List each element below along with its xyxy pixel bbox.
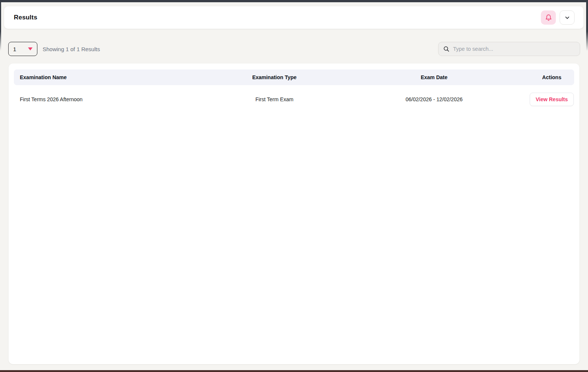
column-header-examination-type: Examination Type	[210, 74, 339, 80]
bell-icon	[545, 14, 552, 21]
table-header-row: Examination Name Examination Type Exam D…	[14, 69, 574, 85]
page-title: Results	[14, 14, 37, 21]
search-icon	[443, 46, 450, 52]
cell-exam-date: 06/02/2026 - 12/02/2026	[339, 96, 529, 102]
window-top-bar	[0, 0, 588, 2]
table-row: First Terms 2026 Afternoon First Term Ex…	[14, 85, 574, 114]
page-header: Results	[4, 6, 584, 29]
list-controls: 1 Showing 1 of 1 Results	[8, 42, 580, 56]
header-dropdown-button[interactable]	[560, 10, 575, 25]
window-right-edge	[586, 2, 588, 51]
page-size-select[interactable]: 1	[8, 42, 37, 56]
cell-examination-name: First Terms 2026 Afternoon	[14, 96, 210, 102]
column-header-actions: Actions	[529, 74, 574, 80]
notifications-button[interactable]	[541, 10, 556, 25]
window-left-edge	[0, 2, 1, 51]
search-box[interactable]	[438, 42, 580, 56]
header-actions	[541, 10, 575, 25]
column-header-examination-name: Examination Name	[14, 74, 210, 80]
cell-examination-type: First Term Exam	[210, 96, 339, 102]
window-bottom-bar	[0, 370, 588, 372]
results-table-card: Examination Name Examination Type Exam D…	[9, 63, 579, 364]
results-summary: Showing 1 of 1 Results	[43, 46, 100, 52]
column-header-exam-date: Exam Date	[339, 74, 529, 80]
search-input[interactable]	[453, 46, 575, 52]
chevron-down-icon	[564, 15, 570, 21]
triangle-down-icon	[28, 47, 33, 51]
view-results-button[interactable]: View Results	[530, 93, 574, 106]
page-size-value: 1	[13, 46, 16, 52]
